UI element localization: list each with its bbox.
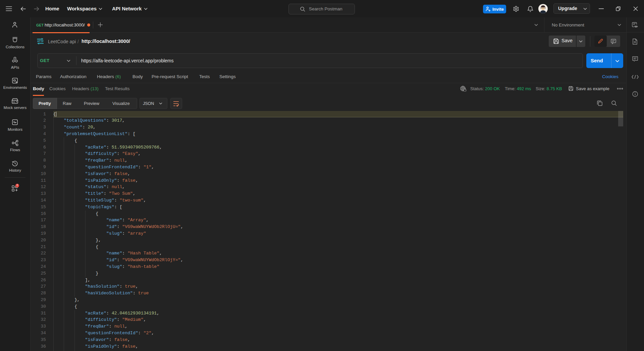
svg-text:HTTP: HTTP [37, 40, 44, 43]
